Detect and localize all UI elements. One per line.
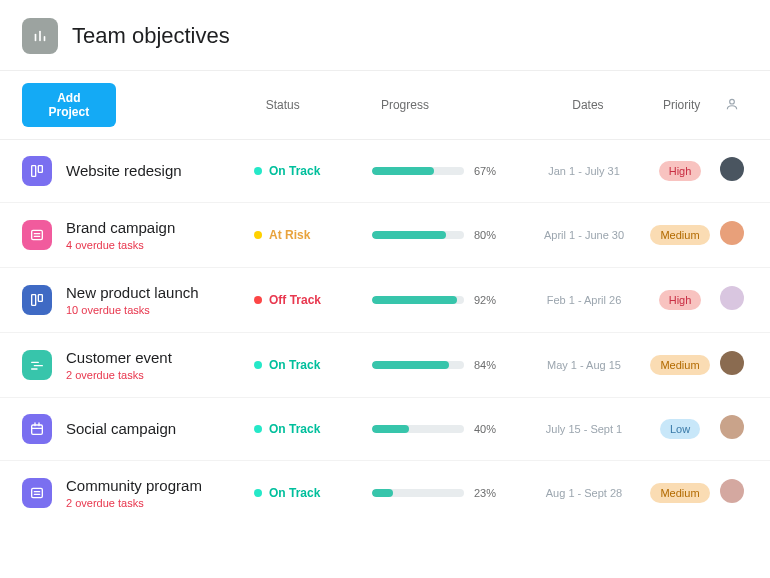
objectives-icon	[22, 18, 58, 54]
project-icon	[22, 414, 52, 444]
status-label: At Risk	[269, 228, 310, 242]
column-header-dates: Dates	[529, 98, 646, 112]
overdue-label: 10 overdue tasks	[66, 304, 254, 316]
project-name: New product launch	[66, 284, 254, 302]
project-icon	[22, 350, 52, 380]
progress-percent: 67%	[474, 165, 496, 177]
column-header-assignee-icon	[717, 97, 748, 114]
progress-bar	[372, 489, 464, 497]
assignee-avatar[interactable]	[720, 286, 744, 310]
status-label: On Track	[269, 486, 320, 500]
priority-cell: High	[644, 161, 716, 181]
overdue-label: 2 overdue tasks	[66, 369, 254, 381]
progress-percent: 23%	[474, 487, 496, 499]
column-header-priority: Priority	[646, 98, 716, 112]
progress-bar	[372, 361, 464, 369]
status-cell: On Track	[254, 486, 372, 500]
priority-pill: Medium	[650, 355, 709, 375]
project-icon	[22, 478, 52, 508]
progress-cell: 23%	[372, 487, 524, 499]
assignee-avatar[interactable]	[720, 415, 744, 439]
add-project-button[interactable]: Add Project	[22, 83, 116, 127]
assignee-avatar[interactable]	[720, 351, 744, 375]
assignee-cell	[716, 351, 748, 379]
project-row[interactable]: New product launch 10 overdue tasks Off …	[0, 268, 770, 333]
status-dot-icon	[254, 361, 262, 369]
dates-cell: Jan 1 - July 31	[524, 165, 644, 177]
priority-pill: Medium	[650, 483, 709, 503]
dates-cell: July 15 - Sept 1	[524, 423, 644, 435]
project-text: Brand campaign 4 overdue tasks	[66, 219, 254, 251]
priority-cell: Medium	[644, 483, 716, 503]
svg-rect-6	[32, 230, 43, 239]
priority-cell: Medium	[644, 225, 716, 245]
assignee-avatar[interactable]	[720, 221, 744, 245]
priority-pill: High	[659, 161, 702, 181]
project-name: Website redesign	[66, 162, 254, 180]
status-cell: Off Track	[254, 293, 372, 307]
status-label: On Track	[269, 358, 320, 372]
dates-cell: Aug 1 - Sept 28	[524, 487, 644, 499]
status-label: On Track	[269, 422, 320, 436]
svg-rect-5	[38, 166, 42, 173]
project-row[interactable]: Community program 2 overdue tasks On Tra…	[0, 461, 770, 525]
project-icon	[22, 285, 52, 315]
project-text: Community program 2 overdue tasks	[66, 477, 254, 509]
status-cell: On Track	[254, 164, 372, 178]
svg-rect-14	[32, 425, 43, 434]
dates-cell: April 1 - June 30	[524, 229, 644, 241]
assignee-cell	[716, 157, 748, 185]
assignee-cell	[716, 415, 748, 443]
overdue-label: 2 overdue tasks	[66, 497, 254, 509]
progress-bar	[372, 425, 464, 433]
toolbar: Add Project Status Progress Dates Priori…	[0, 71, 770, 140]
progress-percent: 40%	[474, 423, 496, 435]
project-icon	[22, 156, 52, 186]
progress-cell: 80%	[372, 229, 524, 241]
progress-percent: 92%	[474, 294, 496, 306]
status-dot-icon	[254, 167, 262, 175]
priority-cell: Medium	[644, 355, 716, 375]
svg-rect-18	[32, 488, 43, 497]
svg-rect-4	[32, 166, 36, 177]
svg-rect-9	[32, 295, 36, 306]
project-name: Brand campaign	[66, 219, 254, 237]
status-cell: At Risk	[254, 228, 372, 242]
project-row[interactable]: Brand campaign 4 overdue tasks At Risk 8…	[0, 203, 770, 268]
project-row[interactable]: Customer event 2 overdue tasks On Track …	[0, 333, 770, 398]
assignee-cell	[716, 286, 748, 314]
assignee-cell	[716, 479, 748, 507]
page-title: Team objectives	[72, 23, 230, 49]
svg-rect-10	[38, 295, 42, 302]
project-row[interactable]: Website redesign On Track 67% Jan 1 - Ju…	[0, 140, 770, 203]
assignee-avatar[interactable]	[720, 479, 744, 503]
project-list: Website redesign On Track 67% Jan 1 - Ju…	[0, 140, 770, 525]
project-text: New product launch 10 overdue tasks	[66, 284, 254, 316]
status-label: Off Track	[269, 293, 321, 307]
project-text: Customer event 2 overdue tasks	[66, 349, 254, 381]
progress-bar	[372, 296, 464, 304]
progress-percent: 84%	[474, 359, 496, 371]
dates-cell: Feb 1 - April 26	[524, 294, 644, 306]
status-label: On Track	[269, 164, 320, 178]
priority-pill: Medium	[650, 225, 709, 245]
project-text: Social campaign	[66, 420, 254, 438]
priority-cell: High	[644, 290, 716, 310]
priority-cell: Low	[644, 419, 716, 439]
overdue-label: 4 overdue tasks	[66, 239, 254, 251]
priority-pill: High	[659, 290, 702, 310]
status-cell: On Track	[254, 422, 372, 436]
project-row[interactable]: Social campaign On Track 40% July 15 - S…	[0, 398, 770, 461]
project-icon	[22, 220, 52, 250]
dates-cell: May 1 - Aug 15	[524, 359, 644, 371]
project-name: Customer event	[66, 349, 254, 367]
priority-pill: Low	[660, 419, 700, 439]
project-name: Community program	[66, 477, 254, 495]
progress-bar	[372, 167, 464, 175]
project-text: Website redesign	[66, 162, 254, 180]
assignee-avatar[interactable]	[720, 157, 744, 181]
progress-cell: 92%	[372, 294, 524, 306]
assignee-cell	[716, 221, 748, 249]
svg-point-3	[730, 99, 735, 104]
status-dot-icon	[254, 425, 262, 433]
